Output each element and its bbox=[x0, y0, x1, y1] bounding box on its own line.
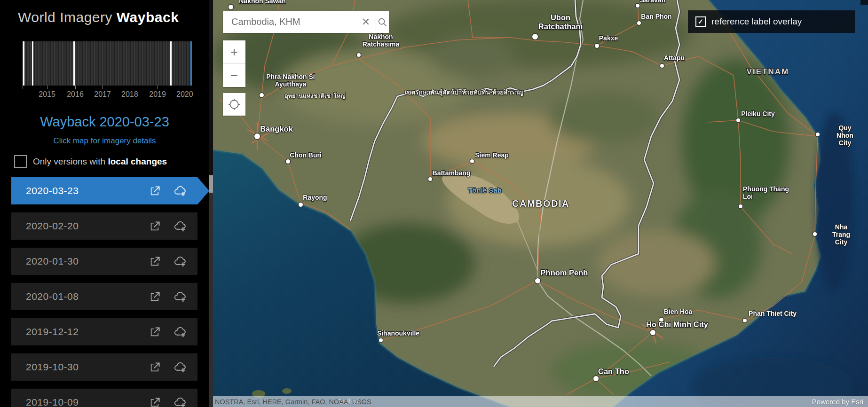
timeline-year-2016: 2016 bbox=[67, 90, 84, 99]
version-item-actions bbox=[149, 396, 186, 407]
cloud-download-icon[interactable] bbox=[174, 220, 186, 233]
version-date: 2020-01-08 bbox=[26, 291, 79, 302]
sidebar: World Imagery Wayback 201520162017201820… bbox=[0, 0, 209, 407]
timeline-active-marker[interactable] bbox=[190, 41, 192, 86]
cloud-download-icon[interactable] bbox=[174, 255, 186, 268]
version-list-item-2020-03-23[interactable]: 2020-03-23 bbox=[11, 177, 197, 204]
timeline-release-marker[interactable] bbox=[73, 41, 75, 86]
version-item-actions bbox=[149, 326, 186, 338]
search-box: ✕ bbox=[223, 11, 389, 33]
share-icon[interactable] bbox=[149, 290, 161, 303]
local-changes-filter[interactable]: Only versions with local changes bbox=[14, 155, 167, 168]
version-list-item-2019-10-09[interactable]: 2019-10-09 bbox=[11, 389, 197, 407]
scrollbar-track[interactable] bbox=[209, 175, 213, 407]
map-canvas[interactable]: Nakhon Sawan Nakhon Ratchasima Phra Nakh… bbox=[209, 0, 868, 407]
timeline-release-marker[interactable] bbox=[32, 41, 33, 86]
share-icon[interactable] bbox=[149, 326, 161, 338]
map-city-dot bbox=[229, 5, 233, 9]
cloud-download-icon[interactable] bbox=[174, 396, 186, 407]
version-list-item-2019-10-30[interactable]: 2019-10-30 bbox=[11, 353, 197, 381]
map-label-pakxe: Pakxe bbox=[599, 34, 618, 42]
version-list-item-2019-12-12[interactable]: 2019-12-12 bbox=[11, 318, 197, 345]
search-button[interactable] bbox=[376, 11, 389, 33]
app-title: World Imagery Wayback bbox=[18, 9, 179, 25]
filter-label-normal: Only versions with bbox=[33, 157, 108, 166]
map-city-dot bbox=[593, 376, 599, 381]
map-label-phuong-thang: Phuong Thang Loi bbox=[743, 185, 789, 200]
map-label-nha-trang-city: Nha Trang City bbox=[828, 223, 855, 246]
timeline-year-2017: 2017 bbox=[94, 90, 111, 99]
map-city-dot bbox=[260, 93, 264, 97]
version-item-actions bbox=[149, 220, 186, 233]
timeline-tick bbox=[158, 86, 158, 89]
map-label-siem-reap: Siem Reap bbox=[475, 151, 509, 159]
share-icon[interactable] bbox=[149, 255, 161, 268]
search-input[interactable] bbox=[223, 11, 356, 33]
timeline-year-2020: 2020 bbox=[176, 90, 193, 99]
map-label-attapu: Attapu bbox=[664, 54, 685, 62]
locate-icon bbox=[228, 98, 241, 111]
version-date: 2019-10-30 bbox=[26, 361, 79, 373]
checkbox-unchecked-icon[interactable] bbox=[14, 155, 27, 168]
locate-button[interactable] bbox=[223, 93, 245, 116]
timeline-release-marker[interactable] bbox=[170, 41, 172, 86]
zoom-in-button[interactable]: + bbox=[223, 40, 245, 63]
active-version-heading: Wayback 2020-03-23 bbox=[0, 114, 209, 130]
map-label-phra-nakhon-si: Phra Nakhon Si Ayutthaya bbox=[266, 73, 315, 88]
map-city-dot bbox=[743, 319, 747, 322]
cloud-download-icon[interactable] bbox=[174, 326, 186, 338]
map-label-ban-phon: Ban Phon bbox=[641, 13, 671, 20]
timeline-release-marker[interactable] bbox=[23, 41, 24, 86]
map-label-ubon: Ubon Ratchathani bbox=[538, 13, 583, 31]
version-list-item-2020-02-20[interactable]: 2020-02-20 bbox=[11, 212, 197, 240]
timeline-tick bbox=[23, 86, 23, 89]
clear-search-icon[interactable]: ✕ bbox=[356, 16, 376, 28]
scrollbar-thumb[interactable] bbox=[209, 175, 213, 193]
share-icon[interactable] bbox=[149, 185, 161, 197]
cloud-download-icon[interactable] bbox=[174, 290, 186, 303]
version-list-item-2020-01-08[interactable]: 2020-01-08 bbox=[11, 283, 197, 310]
timeline-bars[interactable] bbox=[22, 41, 192, 86]
timeline-year-2018: 2018 bbox=[121, 90, 138, 99]
version-date: 2020-01-30 bbox=[26, 256, 79, 267]
map-city-dot bbox=[739, 204, 742, 208]
version-list: 2020-03-23 2020-02-20 bbox=[11, 177, 197, 407]
timeline-tick bbox=[185, 86, 185, 89]
map-city-dot bbox=[813, 232, 817, 236]
share-icon[interactable] bbox=[149, 396, 161, 407]
map-city-dot bbox=[595, 44, 599, 48]
map-label-t-nl-sab: Tônlé Sab bbox=[468, 186, 502, 194]
zoom-out-button[interactable]: − bbox=[223, 64, 245, 87]
app-title-primary: World Imagery bbox=[18, 9, 112, 25]
map-label-phnom-penh: Phnom Penh bbox=[541, 268, 588, 277]
map-city-dot bbox=[379, 338, 383, 342]
reference-overlay-label: reference label overlay bbox=[711, 16, 802, 27]
release-timeline-barcode[interactable]: 201520162017201820192020 bbox=[22, 41, 192, 100]
reference-label-overlay-toggle[interactable]: ✓ reference label overlay bbox=[688, 10, 855, 33]
map-label-nakhon-sawan: Nakhon Sawan bbox=[239, 0, 286, 5]
cloud-download-icon[interactable] bbox=[174, 361, 186, 374]
timeline-year-2015: 2015 bbox=[39, 90, 55, 99]
powered-by-esri: Powered by Esri bbox=[812, 398, 863, 406]
map-label--: เขตรักษาพันธุ์สัตว์ป่าห้วยทับทัน-ห้วยสำร… bbox=[405, 89, 524, 96]
version-list-item-2020-01-30[interactable]: 2020-01-30 bbox=[11, 248, 197, 275]
share-icon[interactable] bbox=[149, 361, 161, 374]
imagery-details-hint[interactable]: Click map for imagery details bbox=[0, 136, 209, 146]
map-label-ho-chi-minh-city: Ho Chi Minh City bbox=[646, 320, 708, 329]
cloud-download-icon[interactable] bbox=[174, 185, 186, 197]
map-label-can-tho: Can Tho bbox=[598, 367, 629, 376]
map-city-dot bbox=[532, 34, 538, 39]
timeline-tick bbox=[75, 86, 76, 89]
map-city-dot bbox=[660, 64, 664, 68]
map-label-pleiku-city: Pleiku City bbox=[741, 110, 775, 117]
map-label-bien-hoa: Bien Hoa bbox=[664, 308, 693, 315]
share-icon[interactable] bbox=[149, 220, 161, 233]
map-label-saravan: Saravan bbox=[640, 0, 665, 4]
map-city-dot bbox=[816, 133, 820, 136]
filter-label: Only versions with local changes bbox=[33, 157, 167, 167]
timeline-axis-ticks bbox=[22, 86, 192, 89]
search-icon bbox=[377, 17, 387, 27]
corner-ui-fragment bbox=[860, 0, 868, 5]
sidebar-scrollbar[interactable] bbox=[209, 0, 213, 407]
checkbox-checked-icon[interactable]: ✓ bbox=[695, 16, 706, 27]
